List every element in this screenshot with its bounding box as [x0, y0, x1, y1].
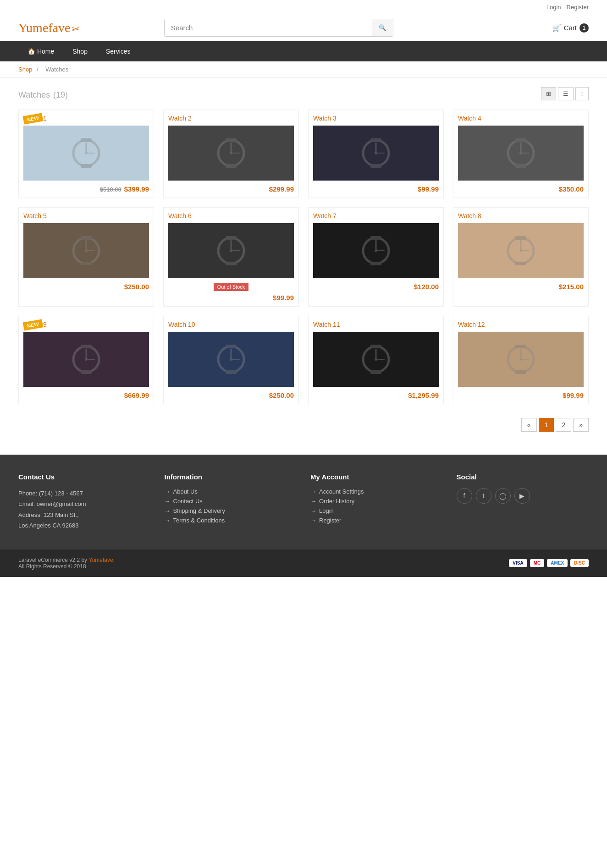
cart-count: 1 — [579, 23, 589, 33]
product-image — [458, 126, 584, 181]
list-view-button[interactable]: ☰ — [558, 87, 574, 100]
logo[interactable]: Yumefave ✂ — [18, 21, 80, 35]
svg-rect-70 — [515, 345, 526, 348]
product-price: $250.00 — [23, 283, 149, 291]
footer-copyright: Laravel eCommerce v2.2 by Yumefave. All … — [18, 557, 115, 570]
search-button[interactable]: 🔍 — [372, 19, 393, 36]
product-card-12[interactable]: Watch 12 $99.99 — [453, 316, 589, 404]
search-bar: 🔍 — [164, 19, 393, 37]
product-name: Watch 2 — [168, 115, 294, 122]
product-card-8[interactable]: Watch 8 $215.00 — [453, 207, 589, 307]
cart-area[interactable]: 🛒 Cart 1 — [552, 23, 589, 33]
page-1-button[interactable]: 1 — [539, 418, 554, 432]
nav-shop[interactable]: Shop — [63, 41, 97, 61]
product-name: Watch 10 — [168, 321, 294, 328]
youtube-icon[interactable]: ▶ — [514, 488, 530, 504]
instagram-icon[interactable]: ◯ — [495, 488, 511, 504]
footer-login[interactable]: →Login — [310, 507, 443, 514]
view-controls: ⊞ ☰ ↕ — [541, 87, 589, 100]
svg-rect-29 — [81, 262, 92, 265]
product-name: Watch 6 — [168, 212, 294, 220]
grid-view-button[interactable]: ⊞ — [541, 87, 556, 100]
product-image — [313, 126, 439, 181]
product-price: $510.00$399.99 — [23, 185, 149, 193]
product-grid: NEW Watch 1 $510.00$399.99 Watch 2 — [18, 110, 589, 404]
product-price: $250.00 — [168, 391, 294, 399]
footer-bottom: Laravel eCommerce v2.2 by Yumefave. All … — [0, 549, 607, 577]
svg-rect-35 — [226, 262, 237, 265]
svg-rect-28 — [81, 236, 92, 240]
footer-contact: Contact Us Phone: (714) 123 - 4567 Email… — [18, 473, 151, 531]
footer-brand-link[interactable]: Yumefave. — [88, 557, 115, 563]
product-image — [168, 126, 294, 181]
svg-rect-23 — [515, 164, 526, 168]
product-name: Watch 12 — [458, 321, 584, 328]
product-price: $99.99 — [168, 294, 294, 302]
prev-page-button[interactable]: « — [521, 418, 537, 432]
svg-rect-10 — [226, 138, 237, 142]
product-card-3[interactable]: Watch 3 $99.99 — [308, 110, 444, 198]
twitter-icon[interactable]: t — [476, 488, 491, 504]
product-card-1[interactable]: NEW Watch 1 $510.00$399.99 — [18, 110, 154, 198]
svg-rect-65 — [370, 370, 381, 374]
nav-home[interactable]: 🏠 Home — [18, 41, 63, 61]
footer-my-account-title: My Account — [310, 473, 443, 481]
old-price: $510.00 — [100, 186, 121, 193]
svg-rect-64 — [370, 345, 381, 348]
register-link[interactable]: Register — [567, 4, 589, 11]
main-content: Watches (19) ⊞ ☰ ↕ NEW Watch 1 $510.00$3… — [0, 78, 607, 455]
footer-grid: Contact Us Phone: (714) 123 - 4567 Email… — [18, 473, 589, 531]
footer-social-title: Social — [457, 473, 589, 481]
footer-terms[interactable]: →Terms & Conditions — [165, 517, 297, 524]
breadcrumb-shop[interactable]: Shop — [18, 66, 32, 73]
footer-information: Information →About Us →Contact Us →Shipp… — [165, 473, 297, 531]
login-link[interactable]: Login — [546, 4, 561, 11]
product-card-5[interactable]: Watch 5 $250.00 — [18, 207, 154, 307]
page-2-button[interactable]: 2 — [556, 418, 571, 432]
facebook-icon[interactable]: f — [457, 488, 472, 504]
svg-rect-17 — [370, 164, 381, 168]
footer-shipping[interactable]: →Shipping & Delivery — [165, 507, 297, 514]
product-image — [168, 332, 294, 387]
product-card-6[interactable]: Watch 6 Out of Stock $99.99 — [163, 207, 299, 307]
footer-phone: Phone: (714) 123 - 4567 — [18, 488, 151, 499]
nav-services[interactable]: Services — [97, 41, 140, 61]
product-price: $669.99 — [23, 391, 149, 399]
footer-my-account: My Account →Account Settings →Order Hist… — [310, 473, 443, 531]
footer-contact-us[interactable]: →Contact Us — [165, 498, 297, 505]
product-image — [23, 223, 149, 278]
footer-order-history[interactable]: →Order History — [310, 498, 443, 505]
breadcrumb: Shop / Watches — [0, 61, 607, 78]
svg-rect-41 — [370, 262, 381, 265]
product-price: $99.99 — [458, 391, 584, 399]
product-card-2[interactable]: Watch 2 $299.99 — [163, 110, 299, 198]
svg-rect-46 — [515, 236, 526, 240]
footer-email: Email: owner@gmail.com — [18, 499, 151, 509]
search-input[interactable] — [165, 19, 372, 36]
product-price: $350.00 — [458, 185, 584, 193]
footer-about-us[interactable]: →About Us — [165, 488, 297, 495]
product-price: $99.99 — [313, 185, 439, 193]
product-card-4[interactable]: Watch 4 $350.00 — [453, 110, 589, 198]
product-name: Watch 7 — [313, 212, 439, 220]
product-card-11[interactable]: Watch 11 $1,295.99 — [308, 316, 444, 404]
product-image — [313, 223, 439, 278]
product-card-9[interactable]: NEW Watch 9 $669.99 — [18, 316, 154, 404]
product-card-7[interactable]: Watch 7 $120.00 — [308, 207, 444, 307]
next-page-button[interactable]: » — [573, 418, 589, 432]
product-count: (19) — [53, 90, 68, 99]
sort-button[interactable]: ↕ — [575, 87, 589, 100]
svg-rect-53 — [81, 370, 92, 374]
cart-label: Cart — [564, 24, 577, 32]
social-icons: f t ◯ ▶ — [457, 488, 589, 504]
footer-information-title: Information — [165, 473, 297, 481]
footer-contact-title: Contact Us — [18, 473, 151, 481]
page-title: Watches (19) — [18, 88, 68, 100]
product-card-10[interactable]: Watch 10 $250.00 — [163, 316, 299, 404]
footer: Contact Us Phone: (714) 123 - 4567 Email… — [0, 455, 607, 549]
svg-rect-40 — [370, 236, 381, 240]
footer-register[interactable]: →Register — [310, 517, 443, 524]
svg-rect-22 — [515, 138, 526, 142]
svg-rect-34 — [226, 236, 237, 240]
footer-account-settings[interactable]: →Account Settings — [310, 488, 443, 495]
